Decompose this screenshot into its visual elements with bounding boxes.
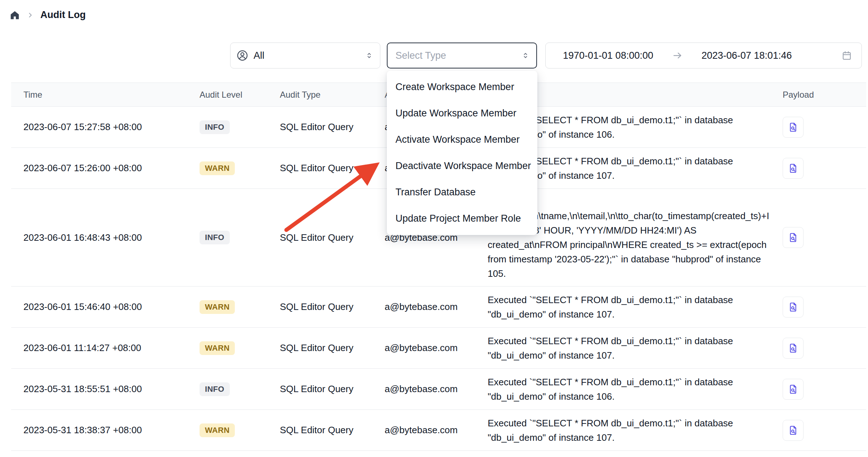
audit-level-badge: WARN <box>200 161 235 175</box>
file-search-icon <box>788 122 798 133</box>
view-payload-button[interactable] <box>783 420 804 441</box>
audit-type-cell: SQL Editor Query <box>280 232 385 243</box>
page-title: Audit Log <box>40 9 86 21</box>
audit-type-cell: SQL Editor Query <box>280 425 385 436</box>
chevron-up-down-icon <box>365 51 373 60</box>
view-payload-button[interactable] <box>783 297 804 318</box>
type-option-deactivate-workspace-member[interactable]: Deactivate Workspace Member <box>387 153 537 179</box>
audit-type-filter: Select Type Create Workspace Member Upda… <box>387 43 537 68</box>
chevron-up-down-icon <box>521 51 530 60</box>
chevron-right-icon <box>27 12 34 19</box>
time-cell: 2023-06-01 15:46:40 +08:00 <box>11 301 200 312</box>
comment-cell: Executed `"SELECT * FROM db_ui_demo.t1;"… <box>488 375 783 404</box>
audit-type-placeholder: Select Type <box>395 50 446 61</box>
date-range-start: 1970-01-01 08:00:00 <box>563 50 653 61</box>
time-cell: 2023-06-01 11:14:27 +08:00 <box>11 342 200 354</box>
actor-cell: a@bytebase.com <box>385 301 488 312</box>
actor-cell: a@bytebase.com <box>385 425 488 436</box>
audit-level-badge: WARN <box>200 300 235 314</box>
time-cell: 2023-05-31 18:38:37 +08:00 <box>11 425 200 436</box>
time-cell: 2023-06-07 15:27:58 +08:00 <box>11 121 200 133</box>
home-icon[interactable] <box>9 10 20 21</box>
file-search-icon <box>788 302 798 312</box>
audit-type-select[interactable]: Select Type <box>387 43 537 68</box>
view-payload-button[interactable] <box>783 379 804 400</box>
person-circle-icon <box>236 49 249 62</box>
date-range-picker[interactable]: 1970-01-01 08:00:00 2023-06-07 18:01:46 <box>545 43 862 68</box>
table-row: 2023-05-31 18:55:51 +08:00 INFO SQL Edit… <box>11 369 866 410</box>
view-payload-button[interactable] <box>783 117 804 138</box>
filter-bar: All Select Type Create Workspace Member … <box>230 43 862 68</box>
file-search-icon <box>788 232 798 243</box>
actor-scope-select[interactable]: All <box>230 43 380 68</box>
audit-type-cell: SQL Editor Query <box>280 121 385 133</box>
audit-level-badge: INFO <box>200 382 230 396</box>
comment-cell: Executed `"SELECT * FROM db_ui_demo.t1;"… <box>488 293 783 321</box>
audit-level-badge: WARN <box>200 341 235 355</box>
column-header-audit-level: Audit Level <box>200 90 280 100</box>
table-row: 2023-06-01 15:46:40 +08:00 WARN SQL Edit… <box>11 287 866 328</box>
view-payload-button[interactable] <box>783 158 804 179</box>
table-row: 2023-05-31 18:38:37 +08:00 WARN SQL Edit… <box>11 410 866 451</box>
audit-level-badge: INFO <box>200 120 230 134</box>
view-payload-button[interactable] <box>783 227 804 248</box>
time-cell: 2023-05-31 18:55:51 +08:00 <box>11 383 200 395</box>
column-header-audit-type: Audit Type <box>280 90 385 100</box>
time-cell: 2023-06-01 16:48:43 +08:00 <box>11 232 200 243</box>
audit-type-cell: SQL Editor Query <box>280 163 385 174</box>
calendar-icon <box>841 50 852 61</box>
audit-type-cell: SQL Editor Query <box>280 301 385 312</box>
column-header-payload: Payload <box>783 90 866 100</box>
file-search-icon <box>788 384 798 395</box>
audit-type-cell: SQL Editor Query <box>280 383 385 395</box>
comment-cell: Executed `"SELECT * FROM db_ui_demo.t1;"… <box>488 416 783 445</box>
actor-cell: a@bytebase.com <box>385 342 488 354</box>
table-row: 2023-06-01 11:14:27 +08:00 WARN SQL Edit… <box>11 328 866 369</box>
audit-type-dropdown: Create Workspace Member Update Workspace… <box>387 71 537 235</box>
type-option-update-workspace-member[interactable]: Update Workspace Member <box>387 100 537 127</box>
audit-level-badge: INFO <box>200 231 230 244</box>
actor-cell: a@bytebase.com <box>385 383 488 395</box>
type-option-activate-workspace-member[interactable]: Activate Workspace Member <box>387 127 537 153</box>
comment-cell: Executed `"SELECT * FROM db_ui_demo.t1;"… <box>488 334 783 363</box>
audit-level-badge: WARN <box>200 423 235 437</box>
file-search-icon <box>788 343 798 354</box>
date-range-end: 2023-06-07 18:01:46 <box>702 50 792 61</box>
file-search-icon <box>788 425 798 436</box>
type-option-transfer-database[interactable]: Transfer Database <box>387 179 537 205</box>
type-option-create-workspace-member[interactable]: Create Workspace Member <box>387 74 537 100</box>
arrow-right-icon <box>672 50 683 61</box>
audit-type-cell: SQL Editor Query <box>280 342 385 354</box>
breadcrumb: Audit Log <box>9 9 86 21</box>
file-search-icon <box>788 163 798 174</box>
type-option-update-project-member[interactable]: Update Project Member Role <box>387 205 537 232</box>
view-payload-button[interactable] <box>783 338 804 359</box>
column-header-time: Time <box>11 90 200 100</box>
time-cell: 2023-06-07 15:26:00 +08:00 <box>11 163 200 174</box>
actor-scope-value: All <box>254 50 264 61</box>
